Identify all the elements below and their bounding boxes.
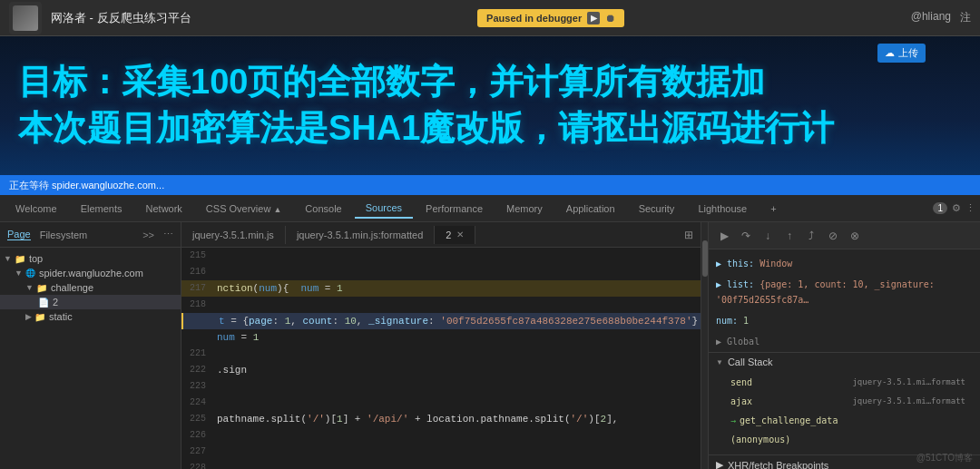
browser-logo — [9, 2, 42, 34]
deactivate-breakpoints-button[interactable]: ⊘ — [825, 228, 841, 244]
record-button[interactable]: ⏺ — [605, 13, 615, 24]
code-editor[interactable]: 215 216 217 nction(num){ num = 1 218 — [181, 248, 701, 469]
pause-on-exception-button[interactable]: ⊗ — [847, 228, 863, 244]
debug-toolbar: ▶ ↷ ↓ ↑ ⤴ ⊘ ⊗ — [709, 222, 980, 249]
call-stack-section: ▼ Call Stack send jquery-3.5.1.mi…format… — [709, 353, 980, 455]
website-banner: 目标：采集100页的全部数字，并计算所有数据加 本次题目加密算法是SHA1魔改版… — [0, 36, 980, 175]
tab-welcome[interactable]: Welcome — [5, 200, 68, 218]
banner-line1: 目标：采集100页的全部数字，并计算所有数据加 — [18, 60, 834, 104]
tab-sources[interactable]: Sources — [355, 199, 413, 219]
paused-badge: Paused in debugger ▶ ⏺ — [477, 9, 624, 27]
devtools-tabbar: Welcome Elements Network CSS Overview ▲ … — [0, 195, 980, 222]
step-out-button[interactable]: ↑ — [781, 228, 798, 244]
debug-panel: ▶ ↷ ↓ ↑ ⤴ ⊘ ⊗ ▶ this: Window ▶ list: {pa… — [708, 222, 980, 469]
tree-item-spider[interactable]: ▼ 🌐 spider.wangluozhe.com — [0, 266, 181, 280]
devtools: Welcome Elements Network CSS Overview ▲ … — [0, 195, 980, 469]
tab-security[interactable]: Security — [628, 200, 686, 218]
step-into-button[interactable]: ↓ — [760, 228, 776, 244]
badge-count: 1 — [933, 202, 947, 214]
tree-item-challenge[interactable]: ▼ 📁 challenge — [0, 280, 181, 295]
file-tab-page[interactable]: Page — [7, 229, 31, 240]
call-stack-ajax[interactable]: ajax jquery-3.5.1.mi…formatt — [723, 392, 973, 411]
scope-num: num: 1 — [709, 310, 980, 331]
file-tree: ▼ 📁 top ▼ 🌐 spider.wangluozhe.com ▼ 📁 ch… — [0, 248, 181, 469]
call-stack-get-challenge[interactable]: → get_challenge_data — [723, 411, 973, 430]
file-panel: Page Filesystem >> ⋯ ▼ 📁 top ▼ 🌐 spider.… — [0, 222, 181, 469]
call-stack-anonymous[interactable]: (anonymous) — [723, 430, 973, 449]
step-button[interactable]: ⤴ — [803, 228, 819, 244]
code-line-num: num = 1 — [181, 329, 701, 346]
cloud-icon: ☁ — [885, 47, 895, 59]
code-tab-jquery-min[interactable]: jquery-3.5.1.min.js — [181, 226, 286, 244]
code-line-224: 224 — [181, 395, 701, 411]
tab-css-overview[interactable]: CSS Overview ▲ — [195, 200, 293, 218]
code-line-225: 225 pathname.split('/')[1] + '/api/' + l… — [181, 411, 701, 427]
upload-badge[interactable]: ☁ 上传 — [877, 44, 926, 63]
code-line-228: 228 — [181, 460, 701, 469]
more-icon[interactable]: ⋮ — [965, 202, 975, 214]
tree-item-top[interactable]: ▼ 📁 top — [0, 251, 181, 266]
code-panel: jquery-3.5.1.min.js jquery-3.5.1.min.js:… — [181, 222, 701, 469]
code-line-218: 218 — [181, 297, 701, 313]
browser-title: 网洛者 - 反反爬虫练习平台 — [51, 10, 191, 26]
code-line-227: 227 — [181, 444, 701, 460]
scope-section: ▶ this: Window ▶ list: {page: 1, count: … — [709, 253, 980, 353]
banner-line2: 本次题目加密算法是SHA1魔改版，请抠出源码进行计 — [18, 105, 834, 151]
browser-topbar: 网洛者 - 反反爬虫练习平台 Paused in debugger ▶ ⏺ @h… — [0, 0, 980, 36]
tab-elements[interactable]: Elements — [70, 200, 133, 218]
tree-item-2[interactable]: 📄 2 — [0, 295, 181, 309]
scope-this: ▶ this: Window — [709, 253, 980, 274]
tab-performance[interactable]: Performance — [415, 200, 494, 218]
code-line-222: 222 .sign — [181, 362, 701, 378]
file-panel-more[interactable]: >> — [142, 230, 154, 240]
code-line-217: 217 nction(num){ num = 1 — [181, 280, 701, 297]
devtools-icons: 1 ⚙ ⋮ — [933, 202, 975, 214]
scope-list: ▶ list: {page: 1, count: 10, _signature:… — [709, 274, 980, 310]
watermark: @51CTO博客 — [916, 452, 973, 464]
status-bar: 正在等待 spider.wangluozhe.com... — [0, 175, 980, 195]
tree-item-static[interactable]: ▶ 📁 static — [0, 309, 181, 324]
code-tab-jquery-formatted[interactable]: jquery-3.5.1.min.js:formatted — [286, 226, 435, 244]
tab-memory[interactable]: Memory — [495, 200, 554, 218]
tab-network[interactable]: Network — [135, 200, 193, 218]
tab-console[interactable]: Console — [294, 200, 352, 218]
tab-lighthouse[interactable]: Lighthouse — [687, 200, 758, 218]
code-line-216: 216 — [181, 264, 701, 280]
code-tab-2[interactable]: 2 ✕ — [435, 226, 475, 244]
call-stack-content: send jquery-3.5.1.mi…formatt ajax jquery… — [709, 371, 980, 454]
code-line-signature: t = {page: 1, count: 10, _signature: '00… — [181, 313, 701, 329]
file-panel-options[interactable]: ⋯ — [163, 229, 173, 240]
code-line-223: 223 — [181, 378, 701, 395]
scope-global: ▶ Global — [709, 331, 980, 352]
file-panel-tabs: Page Filesystem >> ⋯ — [0, 222, 181, 248]
code-line-215: 215 — [181, 248, 701, 264]
file-tab-filesystem[interactable]: Filesystem — [40, 230, 88, 240]
code-line-221: 221 — [181, 346, 701, 362]
call-stack-header[interactable]: ▼ Call Stack — [709, 353, 980, 371]
devtools-body: Page Filesystem >> ⋯ ▼ 📁 top ▼ 🌐 spider.… — [0, 222, 980, 469]
tab-add[interactable]: + — [760, 200, 787, 218]
debug-content: ▶ this: Window ▶ list: {page: 1, count: … — [709, 249, 980, 469]
call-stack-send[interactable]: send jquery-3.5.1.mi…formatt — [723, 373, 973, 392]
tab-application[interactable]: Application — [555, 200, 626, 218]
close-tab-icon[interactable]: ✕ — [456, 230, 464, 239]
resume-button[interactable]: ▶ — [587, 12, 600, 24]
code-tabs: jquery-3.5.1.min.js jquery-3.5.1.min.js:… — [181, 222, 701, 248]
step-over-button[interactable]: ↷ — [738, 228, 754, 244]
resume-execution-button[interactable]: ▶ — [716, 228, 732, 244]
code-scrollbar[interactable] — [701, 222, 708, 469]
code-panel-more[interactable]: ⊞ — [677, 229, 701, 241]
user-info: @hliang 注 — [911, 10, 971, 25]
settings-icon[interactable]: ⚙ — [952, 202, 961, 214]
code-line-226: 226 — [181, 427, 701, 444]
